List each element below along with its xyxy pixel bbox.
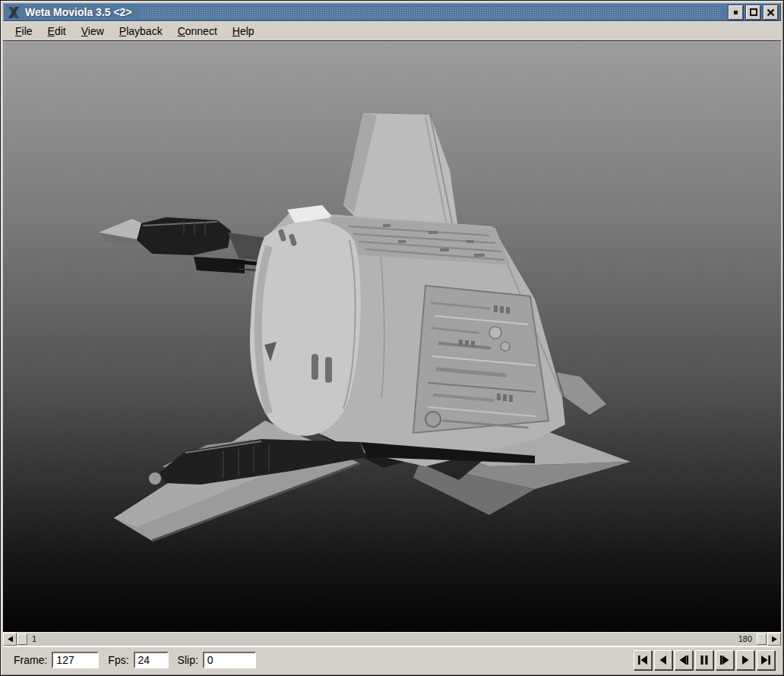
- timeline-scrollbar: 1 180: [3, 632, 781, 646]
- minimize-button[interactable]: [729, 5, 743, 20]
- step-forward-button[interactable]: [716, 650, 734, 670]
- menu-connect[interactable]: Connect: [170, 23, 225, 39]
- step-backward-icon: [678, 654, 690, 666]
- skip-to-start-icon: [637, 654, 649, 666]
- frame-label: Frame:: [14, 654, 47, 666]
- timeline-right-arrow-button[interactable]: [767, 633, 781, 646]
- menu-edit[interactable]: Edit: [40, 23, 74, 39]
- slip-input[interactable]: [203, 652, 256, 668]
- slip-label: Slip:: [178, 654, 198, 666]
- go-to-start-button[interactable]: [634, 650, 652, 670]
- reverse-play-button[interactable]: [654, 650, 672, 670]
- timeline-track[interactable]: [40, 633, 735, 646]
- menu-view[interactable]: View: [74, 23, 112, 39]
- window-title: Weta Moviola 3.5 <2>: [25, 6, 140, 18]
- pause-icon: [698, 654, 710, 666]
- menu-help[interactable]: Help: [225, 23, 262, 39]
- timeline-left-arrow-button[interactable]: [3, 633, 17, 646]
- reverse-play-icon: [657, 654, 669, 666]
- menubar: File Edit View Playback Connect Help: [3, 21, 781, 41]
- maximize-button[interactable]: [746, 5, 760, 20]
- titlebar[interactable]: Weta Moviola 3.5 <2>: [3, 3, 781, 21]
- timeline-end-handle[interactable]: [757, 633, 767, 645]
- timeline-start-label: 1: [28, 633, 40, 646]
- scroll-right-arrow-icon: [771, 636, 778, 643]
- menu-file[interactable]: File: [8, 23, 40, 39]
- titlebar-stipple-pattern: [140, 7, 721, 17]
- minimize-icon: [734, 11, 738, 14]
- close-button[interactable]: [763, 5, 778, 20]
- render-viewport[interactable]: [3, 41, 781, 632]
- play-icon: [739, 654, 751, 666]
- skip-to-end-icon: [760, 654, 772, 666]
- transport-controls: [634, 650, 775, 670]
- step-forward-icon: [719, 654, 731, 666]
- playback-toolbar: Frame: Fps: Slip:: [3, 646, 781, 673]
- x11-logo-icon: [8, 7, 20, 18]
- scroll-left-arrow-icon: [7, 636, 14, 643]
- app-window: Weta Moviola 3.5 <2> File Edit View Play…: [0, 0, 784, 676]
- menu-playback[interactable]: Playback: [112, 23, 170, 39]
- spaceship-render: [3, 41, 781, 632]
- close-icon: [767, 8, 775, 17]
- timeline-end-label: 180: [735, 633, 756, 646]
- play-button[interactable]: [736, 650, 754, 670]
- frame-input[interactable]: [52, 652, 99, 668]
- timeline-start-handle[interactable]: [17, 633, 27, 645]
- maximize-icon: [750, 8, 757, 16]
- fps-input[interactable]: [134, 652, 169, 668]
- go-to-end-button[interactable]: [757, 650, 775, 670]
- fps-label: Fps:: [108, 654, 128, 666]
- step-backward-button[interactable]: [675, 650, 693, 670]
- pause-button[interactable]: [695, 650, 713, 670]
